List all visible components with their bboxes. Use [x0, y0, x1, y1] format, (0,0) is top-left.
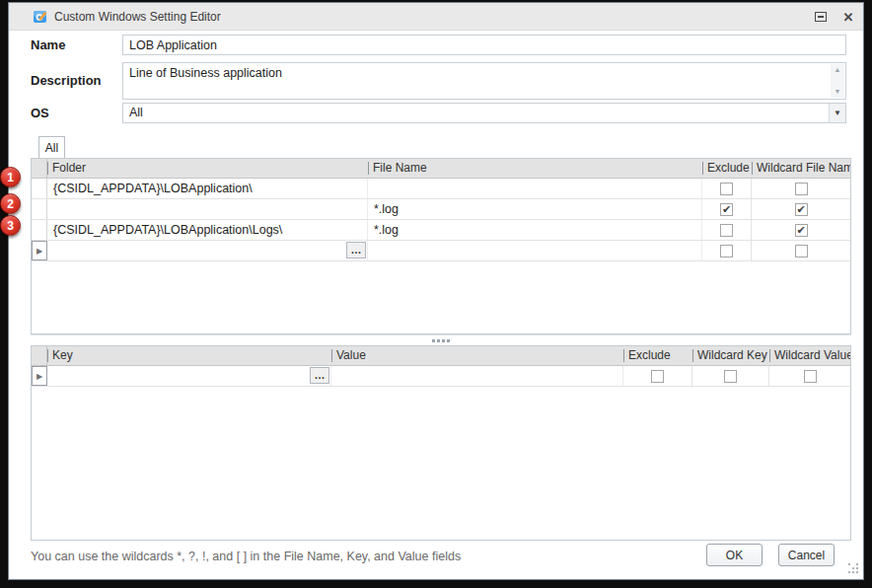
name-input[interactable]	[122, 35, 846, 55]
wildcards-hint-text: You can use the wildcards *, ?, !, and […	[31, 549, 461, 564]
file-name-cell[interactable]: *.log	[368, 199, 702, 219]
name-label: Name	[31, 37, 65, 52]
checkbox-checked[interactable]: ✔	[795, 203, 808, 216]
os-label: OS	[31, 106, 49, 120]
row-indicator-header	[32, 346, 47, 365]
column-header-file-name[interactable]: File Name	[368, 159, 702, 178]
browse-key-button[interactable]: …	[310, 367, 329, 384]
value-cell[interactable]	[331, 366, 623, 386]
column-header-folder[interactable]: Folder	[47, 159, 368, 178]
callout-badge-3: 3	[0, 215, 21, 236]
exclude-checkbox[interactable]	[702, 179, 752, 198]
titlebar[interactable]: Custom Windows Setting Editor ✕	[9, 3, 863, 31]
column-header-value[interactable]: Value	[331, 346, 623, 365]
row-indicator	[32, 199, 47, 219]
file-name-cell[interactable]	[368, 241, 702, 260]
column-header-exclude[interactable]: Exclude	[623, 346, 692, 365]
column-header-key[interactable]: Key	[47, 346, 331, 365]
files-table: Folder File Name Exclude Wildcard File N…	[31, 158, 851, 334]
tab-all-label: All	[45, 141, 58, 155]
callout-badge-1: 1	[0, 167, 21, 187]
exclude-checkbox[interactable]	[702, 220, 752, 240]
checkbox[interactable]	[651, 370, 664, 383]
callout-badge-2: 2	[0, 193, 21, 214]
row-indicator-header	[32, 159, 47, 178]
exclude-checkbox[interactable]	[623, 366, 692, 386]
close-icon: ✕	[843, 10, 854, 25]
description-text: Line of Business application	[129, 66, 282, 80]
description-label: Description	[31, 73, 102, 88]
registry-table: Key Value Exclude Wildcard Key Wildcard …	[31, 345, 851, 541]
restore-icon	[815, 12, 827, 22]
folder-cell[interactable]: {CSIDL_APPDATA}\LOBApplication\Logs\	[47, 220, 368, 240]
checkbox[interactable]	[795, 245, 808, 257]
folder-cell[interactable]: {CSIDL_APPDATA}\LOBApplication\	[47, 179, 368, 198]
ok-button[interactable]: OK	[706, 544, 763, 566]
description-input[interactable]: Line of Business application ▲ ▼	[122, 62, 846, 100]
os-selected-value: All	[129, 104, 143, 122]
checkbox-checked[interactable]: ✔	[720, 203, 733, 216]
scroll-down-icon[interactable]: ▼	[835, 88, 841, 96]
checkbox[interactable]	[720, 224, 733, 237]
key-cell[interactable]: …	[47, 366, 331, 386]
restore-window-button[interactable]	[812, 8, 830, 26]
custom-windows-setting-editor-dialog: Custom Windows Setting Editor ✕ Name Des…	[8, 2, 864, 580]
wildcard-key-checkbox[interactable]	[692, 366, 769, 386]
row-arrow-icon: ▶	[36, 247, 42, 256]
chevron-down-icon: ▼	[829, 104, 845, 122]
resize-grip[interactable]	[848, 563, 860, 575]
files-table-row-3: {CSIDL_APPDATA}\LOBApplication\Logs\ *.l…	[32, 220, 850, 241]
tab-all[interactable]: All	[38, 136, 65, 158]
exclude-checkbox[interactable]	[702, 241, 752, 260]
checkbox[interactable]	[804, 370, 817, 383]
file-name-cell[interactable]: *.log	[368, 220, 702, 240]
scroll-up-icon[interactable]: ▲	[835, 66, 841, 74]
registry-table-new-row: ▶ …	[32, 366, 850, 387]
checkbox[interactable]	[724, 370, 737, 383]
window-title: Custom Windows Setting Editor	[54, 3, 221, 31]
checkbox-checked[interactable]: ✔	[795, 224, 808, 237]
wildcard-file-name-checkbox[interactable]	[752, 179, 850, 198]
app-icon	[33, 9, 48, 25]
files-table-new-row: ▶ …	[32, 241, 850, 261]
files-table-row-2: *.log ✔ ✔	[32, 199, 850, 220]
close-button[interactable]: ✕	[839, 8, 857, 26]
checkbox[interactable]	[795, 183, 808, 195]
wildcard-file-name-checkbox[interactable]: ✔	[752, 199, 850, 219]
folder-cell[interactable]	[47, 199, 368, 219]
description-scrollbar[interactable]: ▲ ▼	[831, 64, 844, 98]
checkbox[interactable]	[720, 183, 733, 195]
row-indicator	[32, 179, 47, 198]
folder-cell[interactable]: …	[47, 241, 368, 260]
wildcard-value-checkbox[interactable]	[769, 366, 850, 386]
checkbox[interactable]	[720, 245, 733, 257]
row-indicator	[32, 220, 47, 240]
browse-folder-button[interactable]: …	[346, 242, 366, 258]
exclude-checkbox[interactable]: ✔	[702, 199, 752, 219]
files-table-header: Folder File Name Exclude Wildcard File N…	[32, 159, 850, 179]
current-row-indicator: ▶	[32, 241, 47, 260]
table-splitter[interactable]	[31, 334, 851, 345]
column-header-wildcard-file-name[interactable]: Wildcard File Name	[752, 159, 850, 178]
column-header-wildcard-value[interactable]: Wildcard Value	[769, 346, 850, 365]
file-name-cell[interactable]	[368, 179, 702, 198]
column-header-wildcard-key[interactable]: Wildcard Key	[692, 346, 769, 365]
files-table-row-1: {CSIDL_APPDATA}\LOBApplication\	[32, 179, 850, 199]
cancel-button[interactable]: Cancel	[778, 544, 835, 566]
current-row-indicator: ▶	[32, 366, 47, 386]
splitter-dots-icon	[432, 339, 450, 342]
row-arrow-icon: ▶	[36, 372, 42, 381]
wildcard-file-name-checkbox[interactable]	[752, 241, 850, 260]
column-header-exclude[interactable]: Exclude	[702, 159, 752, 178]
registry-table-header: Key Value Exclude Wildcard Key Wildcard …	[32, 346, 850, 366]
wildcard-file-name-checkbox[interactable]: ✔	[752, 220, 850, 240]
os-dropdown[interactable]: All ▼	[122, 103, 846, 123]
desktop-background: Custom Windows Setting Editor ✕ Name Des…	[0, 0, 872, 588]
